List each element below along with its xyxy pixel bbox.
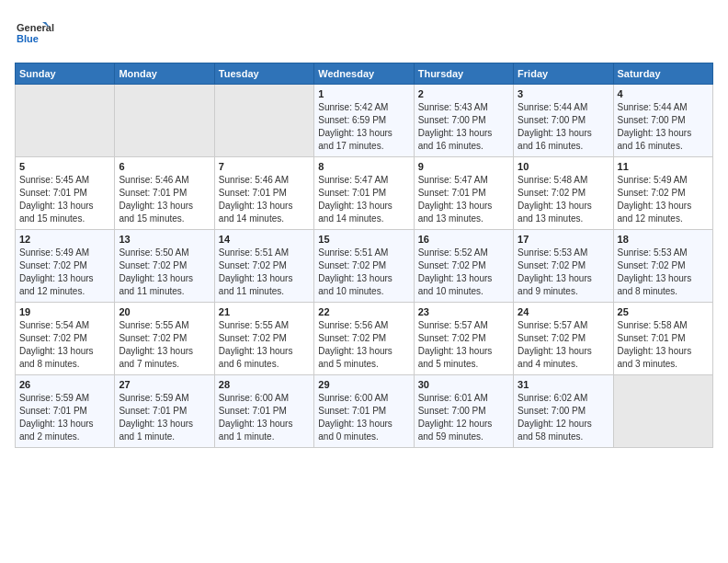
day-info: Sunrise: 5:43 AM Sunset: 7:00 PM Dayligh…: [418, 101, 509, 153]
weekday-header-wednesday: Wednesday: [314, 63, 414, 85]
weekday-header-saturday: Saturday: [613, 63, 712, 85]
day-info: Sunrise: 5:59 AM Sunset: 7:01 PM Dayligh…: [119, 392, 210, 443]
day-info: Sunrise: 5:54 AM Sunset: 7:02 PM Dayligh…: [19, 319, 110, 371]
calendar-cell: 9Sunrise: 5:47 AM Sunset: 7:01 PM Daylig…: [414, 157, 513, 230]
day-number: 13: [119, 234, 210, 245]
calendar-cell: 21Sunrise: 5:55 AM Sunset: 7:02 PM Dayli…: [214, 303, 313, 375]
day-info: Sunrise: 5:50 AM Sunset: 7:02 PM Dayligh…: [119, 247, 210, 298]
calendar-cell: [613, 375, 712, 448]
day-number: 12: [19, 234, 110, 245]
day-number: 18: [618, 234, 709, 245]
day-number: 17: [518, 234, 609, 245]
day-info: Sunrise: 5:57 AM Sunset: 7:02 PM Dayligh…: [518, 319, 609, 371]
day-info: Sunrise: 5:45 AM Sunset: 7:01 PM Dayligh…: [19, 174, 110, 225]
calendar-cell: 3Sunrise: 5:44 AM Sunset: 7:00 PM Daylig…: [514, 85, 613, 157]
calendar-cell: 16Sunrise: 5:52 AM Sunset: 7:02 PM Dayli…: [414, 230, 513, 303]
calendar-cell: 8Sunrise: 5:47 AM Sunset: 7:01 PM Daylig…: [314, 157, 414, 230]
page-header: General Blue: [15, 15, 713, 52]
day-number: 28: [219, 379, 310, 390]
day-number: 24: [518, 306, 609, 317]
day-number: 16: [418, 234, 509, 245]
day-number: 20: [119, 306, 210, 317]
day-info: Sunrise: 5:53 AM Sunset: 7:02 PM Dayligh…: [618, 247, 709, 298]
calendar-cell: 15Sunrise: 5:51 AM Sunset: 7:02 PM Dayli…: [314, 230, 414, 303]
calendar-cell: 26Sunrise: 5:59 AM Sunset: 7:01 PM Dayli…: [16, 375, 115, 448]
calendar-cell: 10Sunrise: 5:48 AM Sunset: 7:02 PM Dayli…: [514, 157, 613, 230]
day-info: Sunrise: 5:47 AM Sunset: 7:01 PM Dayligh…: [418, 174, 509, 225]
calendar-cell: 20Sunrise: 5:55 AM Sunset: 7:02 PM Dayli…: [115, 303, 214, 375]
day-info: Sunrise: 5:53 AM Sunset: 7:02 PM Dayligh…: [518, 247, 609, 298]
calendar-cell: 11Sunrise: 5:49 AM Sunset: 7:02 PM Dayli…: [613, 157, 712, 230]
day-number: 8: [318, 161, 409, 172]
day-info: Sunrise: 5:56 AM Sunset: 7:02 PM Dayligh…: [318, 319, 409, 371]
calendar-cell: 29Sunrise: 6:00 AM Sunset: 7:01 PM Dayli…: [314, 375, 414, 448]
calendar-cell: 5Sunrise: 5:45 AM Sunset: 7:01 PM Daylig…: [16, 157, 115, 230]
calendar-week-row: 12Sunrise: 5:49 AM Sunset: 7:02 PM Dayli…: [16, 230, 713, 303]
day-number: 5: [19, 161, 110, 172]
calendar-cell: 25Sunrise: 5:58 AM Sunset: 7:01 PM Dayli…: [613, 303, 712, 375]
calendar-cell: [115, 85, 214, 157]
day-info: Sunrise: 6:00 AM Sunset: 7:01 PM Dayligh…: [219, 392, 310, 443]
day-info: Sunrise: 5:51 AM Sunset: 7:02 PM Dayligh…: [318, 247, 409, 298]
day-info: Sunrise: 5:57 AM Sunset: 7:02 PM Dayligh…: [418, 319, 509, 371]
calendar-cell: 13Sunrise: 5:50 AM Sunset: 7:02 PM Dayli…: [115, 230, 214, 303]
calendar-cell: 4Sunrise: 5:44 AM Sunset: 7:00 PM Daylig…: [613, 85, 712, 157]
day-info: Sunrise: 6:01 AM Sunset: 7:00 PM Dayligh…: [418, 392, 509, 443]
svg-text:General: General: [17, 22, 54, 33]
calendar-cell: 22Sunrise: 5:56 AM Sunset: 7:02 PM Dayli…: [314, 303, 414, 375]
day-info: Sunrise: 5:59 AM Sunset: 7:01 PM Dayligh…: [19, 392, 110, 443]
day-info: Sunrise: 5:46 AM Sunset: 7:01 PM Dayligh…: [219, 174, 310, 225]
calendar-week-row: 5Sunrise: 5:45 AM Sunset: 7:01 PM Daylig…: [16, 157, 713, 230]
day-number: 22: [318, 306, 409, 317]
day-number: 4: [618, 88, 709, 99]
day-number: 29: [318, 379, 409, 390]
weekday-header-row: SundayMondayTuesdayWednesdayThursdayFrid…: [16, 63, 713, 85]
day-number: 3: [518, 88, 609, 99]
logo-icon: General Blue: [15, 15, 79, 52]
day-number: 21: [219, 306, 310, 317]
day-info: Sunrise: 5:52 AM Sunset: 7:02 PM Dayligh…: [418, 247, 509, 298]
day-number: 15: [318, 234, 409, 245]
day-info: Sunrise: 5:55 AM Sunset: 7:02 PM Dayligh…: [219, 319, 310, 371]
calendar-cell: 24Sunrise: 5:57 AM Sunset: 7:02 PM Dayli…: [514, 303, 613, 375]
day-number: 2: [418, 88, 509, 99]
calendar-cell: [16, 85, 115, 157]
day-info: Sunrise: 5:42 AM Sunset: 6:59 PM Dayligh…: [318, 101, 409, 153]
calendar-cell: 27Sunrise: 5:59 AM Sunset: 7:01 PM Dayli…: [115, 375, 214, 448]
calendar-week-row: 1Sunrise: 5:42 AM Sunset: 6:59 PM Daylig…: [16, 85, 713, 157]
calendar-cell: 30Sunrise: 6:01 AM Sunset: 7:00 PM Dayli…: [414, 375, 513, 448]
day-info: Sunrise: 5:49 AM Sunset: 7:02 PM Dayligh…: [618, 174, 709, 225]
day-number: 31: [518, 379, 609, 390]
weekday-header-tuesday: Tuesday: [214, 63, 313, 85]
day-info: Sunrise: 5:58 AM Sunset: 7:01 PM Dayligh…: [618, 319, 709, 371]
day-number: 27: [119, 379, 210, 390]
day-info: Sunrise: 5:44 AM Sunset: 7:00 PM Dayligh…: [618, 101, 709, 153]
day-number: 10: [518, 161, 609, 172]
day-number: 30: [418, 379, 509, 390]
day-info: Sunrise: 5:49 AM Sunset: 7:02 PM Dayligh…: [19, 247, 110, 298]
day-number: 14: [219, 234, 310, 245]
logo: General Blue: [15, 15, 79, 52]
day-info: Sunrise: 5:51 AM Sunset: 7:02 PM Dayligh…: [219, 247, 310, 298]
calendar-cell: 19Sunrise: 5:54 AM Sunset: 7:02 PM Dayli…: [16, 303, 115, 375]
calendar-week-row: 19Sunrise: 5:54 AM Sunset: 7:02 PM Dayli…: [16, 303, 713, 375]
day-info: Sunrise: 5:55 AM Sunset: 7:02 PM Dayligh…: [119, 319, 210, 371]
calendar-week-row: 26Sunrise: 5:59 AM Sunset: 7:01 PM Dayli…: [16, 375, 713, 448]
calendar-table: SundayMondayTuesdayWednesdayThursdayFrid…: [15, 63, 713, 448]
day-info: Sunrise: 5:48 AM Sunset: 7:02 PM Dayligh…: [518, 174, 609, 225]
calendar-cell: [214, 85, 313, 157]
calendar-cell: 17Sunrise: 5:53 AM Sunset: 7:02 PM Dayli…: [514, 230, 613, 303]
weekday-header-monday: Monday: [115, 63, 214, 85]
calendar-cell: 31Sunrise: 6:02 AM Sunset: 7:00 PM Dayli…: [514, 375, 613, 448]
day-info: Sunrise: 6:02 AM Sunset: 7:00 PM Dayligh…: [518, 392, 609, 443]
calendar-cell: 18Sunrise: 5:53 AM Sunset: 7:02 PM Dayli…: [613, 230, 712, 303]
day-info: Sunrise: 5:44 AM Sunset: 7:00 PM Dayligh…: [518, 101, 609, 153]
calendar-cell: 7Sunrise: 5:46 AM Sunset: 7:01 PM Daylig…: [214, 157, 313, 230]
day-info: Sunrise: 5:46 AM Sunset: 7:01 PM Dayligh…: [119, 174, 210, 225]
calendar-cell: 23Sunrise: 5:57 AM Sunset: 7:02 PM Dayli…: [414, 303, 513, 375]
svg-text:Blue: Blue: [17, 33, 39, 44]
calendar-cell: 12Sunrise: 5:49 AM Sunset: 7:02 PM Dayli…: [16, 230, 115, 303]
day-number: 9: [418, 161, 509, 172]
day-number: 7: [219, 161, 310, 172]
calendar-cell: 14Sunrise: 5:51 AM Sunset: 7:02 PM Dayli…: [214, 230, 313, 303]
